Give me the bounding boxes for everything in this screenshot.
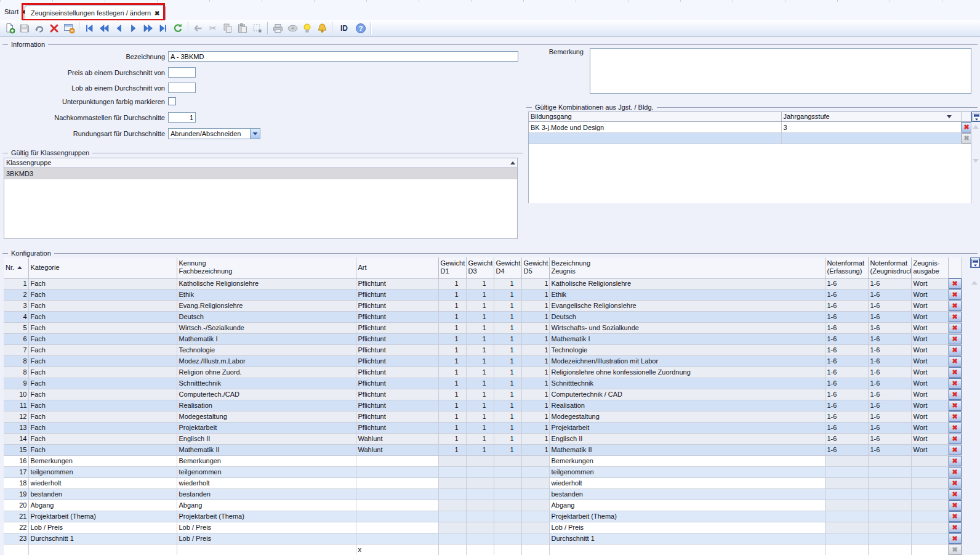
cell-nr[interactable]: 23 [4, 533, 28, 544]
delete-record-icon[interactable] [47, 22, 62, 35]
cell-d1[interactable] [438, 477, 466, 488]
konfiguration-column-header[interactable]: GewichtD4 [494, 257, 521, 278]
cell-kategorie[interactable]: Fach [28, 378, 177, 389]
cell-nr[interactable]: 2 [4, 289, 28, 300]
delete-row-button[interactable]: ✖ [949, 434, 962, 444]
cell-art[interactable] [356, 477, 438, 488]
cell-ausgabe[interactable]: Wort [911, 422, 948, 433]
cell-kennung[interactable]: wiederholt [177, 477, 356, 488]
cell-ausgabe[interactable]: Wort [911, 344, 948, 355]
cell-nf2[interactable]: 1-6 [868, 433, 911, 444]
scroll-up-icon[interactable] [973, 125, 979, 129]
delete-row-button[interactable]: ✖ [949, 445, 962, 455]
cell-nr[interactable] [4, 544, 28, 555]
cell-art[interactable] [356, 522, 438, 533]
cell-kategorie[interactable]: Fach [28, 333, 177, 344]
cell-nr[interactable]: 5 [4, 322, 28, 333]
konfiguration-column-header[interactable]: Zeugnis-ausgabe [911, 257, 948, 278]
cell-nf1[interactable]: 1-6 [825, 311, 868, 322]
cell-nf1[interactable] [825, 500, 868, 511]
next-fast-icon[interactable] [141, 22, 156, 35]
cell-art[interactable] [356, 466, 438, 477]
cell-ausgabe[interactable]: Wort [911, 311, 948, 322]
cell-d5[interactable]: 1 [521, 278, 549, 289]
cell-nr[interactable]: 11 [4, 400, 28, 411]
cell-kennung[interactable]: Computertech./CAD [177, 389, 356, 400]
cell-nf1[interactable]: 1-6 [825, 278, 868, 289]
cell-ausgabe[interactable]: Wort [911, 355, 948, 367]
first-record-icon[interactable] [82, 22, 97, 35]
cell-d3[interactable]: 1 [466, 400, 494, 411]
cell-kategorie[interactable]: Fach [28, 422, 177, 433]
cell-nf1[interactable]: 1-6 [825, 355, 868, 367]
cell-nf1[interactable]: 1-6 [825, 400, 868, 411]
konfiguration-column-header[interactable]: KennungFachbezeichnung [177, 257, 356, 278]
cell-nf1[interactable]: 1-6 [825, 333, 868, 344]
undo-icon[interactable] [32, 22, 47, 35]
cell-art[interactable]: Pflichtunt [356, 289, 438, 300]
cell-nf1[interactable] [825, 533, 868, 544]
cell-nf2[interactable]: 1-6 [868, 378, 911, 389]
cell-art[interactable]: Pflichtunt [356, 355, 438, 367]
tab-start[interactable]: Start ✖ [4, 8, 26, 15]
cell-d4[interactable]: 1 [494, 300, 521, 311]
cell-nf1[interactable] [825, 511, 868, 522]
cell-zeugnis[interactable]: Mathematik I [549, 333, 825, 344]
cell-zeugnis[interactable]: Bemerkungen [549, 455, 825, 466]
cell-nf1[interactable] [825, 455, 868, 466]
cell-kennung[interactable]: bestanden [177, 488, 356, 500]
konfiguration-column-header[interactable]: Nr. [4, 257, 28, 278]
cell-d3[interactable]: 1 [466, 433, 494, 444]
scroll-up-icon[interactable] [971, 281, 978, 285]
cell-zeugnis[interactable]: Technologie [549, 344, 825, 355]
cell-jahrgangsstufe[interactable]: 3 [781, 122, 961, 133]
cell-kategorie[interactable]: Lob / Preis [28, 522, 177, 533]
konfiguration-column-header[interactable]: Notenformat(Zeugnisdruck) [868, 257, 911, 278]
lob-input[interactable] [168, 83, 196, 93]
cell-d3[interactable] [466, 455, 494, 466]
tab-zeugniseinstellungen[interactable]: Zeugniseinstellungen festlegen / ändern … [25, 6, 166, 20]
cell-kennung[interactable]: Schnitttechnik [177, 378, 356, 389]
kombinationen-column-header[interactable]: Bildungsgang [529, 112, 781, 122]
cell-art[interactable]: Pflichtunt [356, 333, 438, 344]
cell-d3[interactable] [466, 488, 494, 500]
cell-zeugnis[interactable]: Ethik [549, 289, 825, 300]
cell-nr[interactable]: 9 [4, 378, 28, 389]
prev-icon[interactable] [111, 22, 126, 35]
cell-d1[interactable] [438, 466, 466, 477]
cell-nf2[interactable] [868, 533, 911, 544]
column-chooser-icon[interactable] [970, 257, 980, 268]
konfiguration-column-header[interactable]: GewichtD3 [466, 257, 494, 278]
cell-d3[interactable]: 1 [466, 367, 494, 378]
cell-d5[interactable] [521, 455, 549, 466]
cell-nf2[interactable] [868, 544, 911, 555]
delete-row-button[interactable]: ✖ [949, 522, 962, 533]
cell-d1[interactable] [438, 455, 466, 466]
cell-d1[interactable]: 1 [438, 367, 466, 378]
cell-kennung[interactable]: Technologie [177, 344, 356, 355]
cell-nr[interactable]: 10 [4, 389, 28, 400]
cell-d1[interactable] [438, 522, 466, 533]
cell-kennung[interactable]: teilgenommen [177, 466, 356, 477]
cell-d4[interactable]: 1 [494, 355, 521, 367]
cell-d4[interactable]: 1 [494, 411, 521, 422]
cell-d5[interactable] [521, 522, 549, 533]
last-record-icon[interactable] [156, 22, 171, 35]
cell-d5[interactable] [521, 466, 549, 477]
cell-d4[interactable]: 1 [494, 289, 521, 300]
nachkommastellen-input[interactable] [168, 112, 196, 123]
cell-ausgabe[interactable]: Wort [911, 411, 948, 422]
cell-kennung[interactable]: Lob / Preis [177, 522, 356, 533]
cell-art[interactable]: Pflichtunt [356, 400, 438, 411]
cell-kategorie[interactable]: Abgang [28, 500, 177, 511]
cell-d5[interactable]: 1 [521, 344, 549, 355]
cell-kennung[interactable]: Bemerkungen [177, 455, 356, 466]
cell-art[interactable]: Wahlunt [356, 433, 438, 444]
cell-d5[interactable] [521, 533, 549, 544]
cell-art[interactable]: Pflichtunt [356, 300, 438, 311]
cell-ausgabe[interactable] [911, 488, 948, 500]
cell-d5[interactable]: 1 [521, 422, 549, 433]
cell-d3[interactable]: 1 [466, 411, 494, 422]
cell-nr[interactable]: 8 [4, 367, 28, 378]
delete-row-button[interactable]: ✖ [949, 400, 962, 411]
